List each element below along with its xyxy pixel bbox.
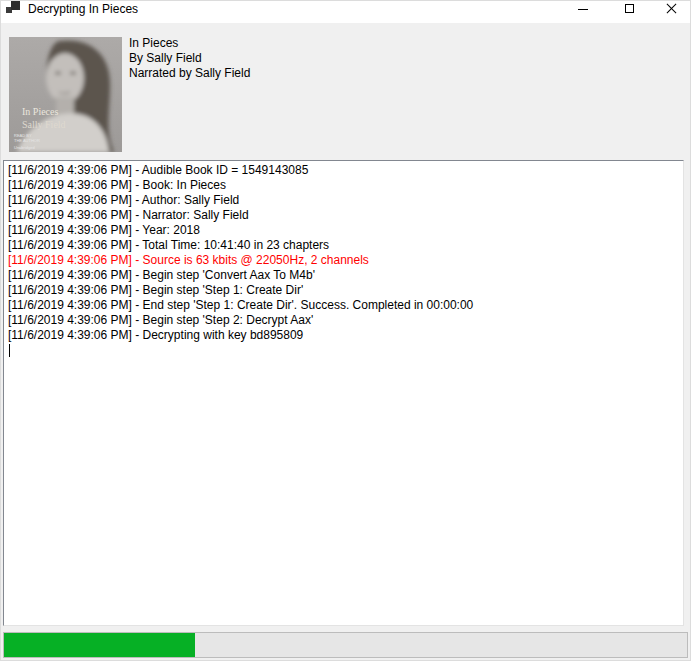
app-window: Decrypting In Pieces <box>0 0 691 661</box>
log-line: [11/6/2019 4:39:06 PM] - Year: 2018 <box>8 223 679 238</box>
book-info: In Pieces By Sally Field Narrated by Sal… <box>129 36 250 81</box>
book-author: By Sally Field <box>129 51 250 66</box>
titlebar[interactable]: Decrypting In Pieces <box>1 1 690 23</box>
log-line: [11/6/2019 4:39:06 PM] - Total Time: 10:… <box>8 238 679 253</box>
book-title: In Pieces <box>129 36 250 51</box>
log-line: [11/6/2019 4:39:06 PM] - Narrator: Sally… <box>8 208 679 223</box>
log-line: [11/6/2019 4:39:06 PM] - Audible Book ID… <box>8 163 679 178</box>
book-cover-image: In Pieces Sally Field READ BY THE AUTHOR… <box>9 37 122 152</box>
maximize-button[interactable] <box>606 1 652 23</box>
cover-edition: Unabridged <box>14 145 35 150</box>
cover-author: Sally Field <box>22 119 66 130</box>
log-line: [11/6/2019 4:39:06 PM] - Book: In Pieces <box>8 178 679 193</box>
log-line: [11/6/2019 4:39:06 PM] - Begin step 'Ste… <box>8 313 679 328</box>
book-narrator: Narrated by Sally Field <box>129 66 250 81</box>
log-line: [11/6/2019 4:39:06 PM] - End step 'Step … <box>8 298 679 313</box>
progress-bar <box>3 632 688 658</box>
app-window-icon <box>6 1 20 14</box>
log-line: [11/6/2019 4:39:06 PM] - Decrypting with… <box>8 328 679 343</box>
cover-title: In Pieces <box>22 106 58 117</box>
log-line: [11/6/2019 4:39:06 PM] - Author: Sally F… <box>8 193 679 208</box>
maximize-icon <box>625 4 634 13</box>
log-textbox[interactable]: [11/6/2019 4:39:06 PM] - Audible Book ID… <box>3 160 684 626</box>
log-line: [11/6/2019 4:39:06 PM] - Begin step 'Con… <box>8 268 679 283</box>
window-title: Decrypting In Pieces <box>28 2 138 16</box>
progress-fill <box>4 633 195 657</box>
window-controls <box>560 1 690 23</box>
log-line: [11/6/2019 4:39:06 PM] - Begin step 'Ste… <box>8 283 679 298</box>
cover-readby-line2: THE AUTHOR <box>14 138 40 143</box>
minimize-icon <box>578 9 588 10</box>
minimize-button[interactable] <box>560 1 606 23</box>
close-button[interactable] <box>652 1 690 23</box>
log-lines: [11/6/2019 4:39:06 PM] - Audible Book ID… <box>8 163 679 343</box>
log-line: [11/6/2019 4:39:06 PM] - Source is 63 kb… <box>8 253 679 268</box>
close-icon <box>666 3 677 14</box>
text-caret <box>9 344 10 357</box>
